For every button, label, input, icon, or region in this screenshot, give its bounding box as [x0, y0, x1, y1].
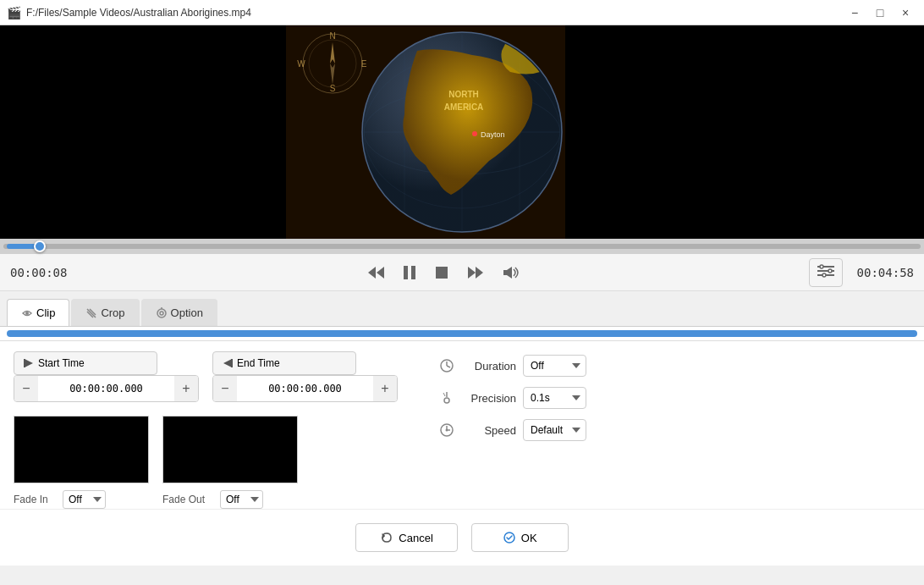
stop-button[interactable]	[429, 262, 454, 284]
cancel-button[interactable]: Cancel	[355, 523, 457, 552]
minimize-button[interactable]: −	[843, 3, 866, 23]
transport-controls	[81, 261, 806, 284]
start-time-label: Start Time	[38, 357, 85, 369]
svg-marker-24	[368, 267, 376, 279]
precision-label: Precision	[462, 392, 516, 405]
precision-select[interactable]: 0.1s 0.5s 1s	[523, 387, 586, 409]
duration-label: Duration	[462, 360, 516, 373]
ok-label: OK	[521, 532, 537, 544]
svg-marker-30	[476, 267, 483, 279]
rewind-button[interactable]	[361, 262, 390, 284]
svg-text:N: N	[329, 31, 335, 41]
svg-rect-28	[436, 267, 448, 279]
start-time-button[interactable]: Start Time	[14, 351, 157, 375]
end-preview-thumb	[162, 416, 298, 483]
progress-track	[3, 244, 921, 249]
svg-marker-25	[377, 267, 384, 279]
end-time-label: End Time	[237, 357, 280, 369]
time-inputs-row: Start Time − + End Time −	[14, 351, 398, 402]
svg-text:Dayton: Dayton	[481, 130, 505, 139]
title-bar: 🎬 F:/Files/Sample Videos/Australian Abor…	[0, 0, 924, 25]
svg-rect-36	[828, 269, 832, 273]
fade-out-label: Fade Out	[162, 494, 215, 505]
tabs-bar: Clip Crop Option	[0, 291, 924, 327]
end-time-minus[interactable]: −	[213, 376, 237, 401]
video-frame: N S W E	[286, 25, 637, 239]
clip-panel: Start Time − + End Time −	[0, 341, 924, 566]
svg-point-55	[446, 429, 448, 432]
svg-marker-45	[223, 359, 232, 367]
fade-in-select[interactable]: Off 0.5s 1s 2s	[63, 490, 106, 509]
tab-clip-label: Clip	[36, 306, 55, 319]
svg-rect-37	[822, 273, 826, 277]
end-preview: Fade Out Off 0.5s 1s 2s	[162, 416, 298, 509]
svg-marker-31	[503, 267, 512, 279]
window-controls: − □ ×	[843, 3, 917, 23]
right-options-panel: Duration Off On Precision 0.1s	[438, 355, 608, 509]
svg-text:AMERICA: AMERICA	[444, 102, 484, 112]
start-preview-thumb	[14, 416, 149, 483]
controls-bar: 00:00:08 00:04:58	[0, 254, 924, 291]
start-time-section: Start Time − +	[14, 351, 199, 402]
precision-row: Precision 0.1s 0.5s 1s	[438, 387, 608, 409]
total-time: 00:04:58	[846, 266, 914, 279]
end-time-value[interactable]	[237, 378, 373, 400]
svg-text:W: W	[297, 59, 305, 69]
pause-button[interactable]	[397, 261, 422, 284]
tab-crop-label: Crop	[101, 306, 124, 319]
start-time-value[interactable]	[38, 378, 174, 400]
main-progress-bar[interactable]	[0, 239, 924, 254]
previews-row: Fade In Off 0.5s 1s 2s Fade Out	[14, 416, 398, 509]
svg-line-51	[443, 393, 445, 396]
fade-in-label: Fade In	[14, 494, 58, 505]
video-black-right	[637, 25, 924, 239]
end-time-plus[interactable]: +	[373, 376, 397, 401]
sections-row: Start Time − + End Time −	[0, 341, 924, 509]
speed-select[interactable]: Default 0.5x 1x 2x	[523, 419, 586, 441]
cancel-label: Cancel	[399, 532, 432, 544]
svg-line-48	[447, 366, 450, 367]
end-time-button[interactable]: End Time	[212, 351, 356, 375]
duration-select[interactable]: Off On	[523, 355, 586, 377]
duration-icon	[438, 357, 455, 374]
svg-point-40	[160, 312, 163, 315]
end-time-input-row: − +	[212, 375, 398, 402]
clip-slider[interactable]	[7, 330, 917, 337]
tab-option-label: Option	[171, 306, 203, 319]
svg-text:S: S	[330, 84, 336, 93]
current-time: 00:00:08	[10, 266, 78, 279]
start-time-minus[interactable]: −	[14, 376, 38, 401]
duration-row: Duration Off On	[438, 355, 608, 377]
video-black-left	[0, 25, 286, 239]
speed-row: Speed Default 0.5x 1x 2x	[438, 419, 608, 441]
speed-icon	[438, 422, 455, 439]
bottom-buttons: Cancel OK	[0, 509, 924, 566]
close-button[interactable]: ×	[894, 3, 917, 23]
end-time-section: End Time − +	[212, 351, 398, 402]
fast-forward-button[interactable]	[461, 262, 490, 284]
svg-rect-26	[404, 266, 408, 279]
fade-in-row: Fade In Off 0.5s 1s 2s	[14, 490, 149, 509]
tab-option[interactable]: Option	[141, 299, 217, 326]
start-time-plus[interactable]: +	[174, 376, 198, 401]
maximize-button[interactable]: □	[868, 3, 892, 23]
svg-marker-29	[468, 267, 476, 279]
fade-out-select[interactable]: Off 0.5s 1s 2s	[220, 490, 263, 509]
settings-button[interactable]	[809, 258, 843, 287]
app-icon: 🎬	[7, 6, 21, 19]
svg-point-49	[444, 398, 449, 403]
tab-clip[interactable]: Clip	[7, 299, 69, 326]
clip-slider-container[interactable]	[0, 327, 924, 341]
svg-marker-43	[25, 359, 33, 367]
volume-button[interactable]	[497, 262, 525, 284]
progress-thumb[interactable]	[34, 240, 46, 252]
speed-label: Speed	[462, 424, 516, 437]
svg-rect-27	[411, 266, 415, 279]
tab-crop[interactable]: Crop	[71, 299, 139, 326]
start-time-input-row: − +	[14, 375, 199, 402]
svg-text:E: E	[361, 59, 367, 69]
svg-point-20	[472, 131, 477, 136]
svg-point-39	[157, 309, 166, 317]
precision-icon	[438, 389, 455, 406]
ok-button[interactable]: OK	[471, 523, 569, 552]
